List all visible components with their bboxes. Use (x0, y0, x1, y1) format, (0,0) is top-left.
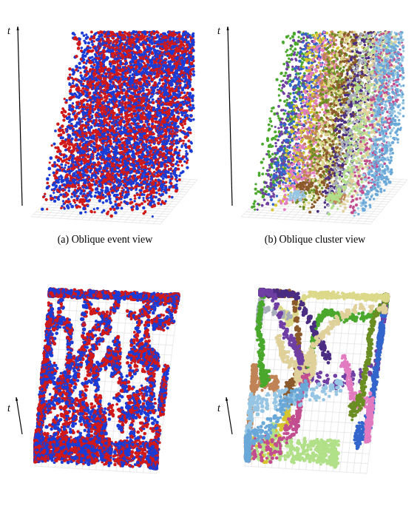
svg-point-22046 (104, 297, 106, 300)
svg-point-5022 (154, 113, 156, 115)
svg-point-17184 (121, 464, 124, 468)
svg-point-15107 (51, 422, 54, 425)
svg-point-9216 (355, 47, 358, 50)
svg-point-3414 (106, 212, 109, 215)
svg-point-4843 (142, 206, 145, 209)
svg-point-16370 (39, 415, 43, 419)
svg-point-27940 (299, 371, 302, 374)
svg-point-853 (79, 72, 81, 74)
svg-point-22140 (159, 295, 163, 299)
svg-point-2011 (95, 141, 98, 144)
svg-point-10573 (378, 75, 380, 78)
svg-point-29758 (291, 346, 295, 350)
svg-point-28651 (274, 404, 277, 408)
svg-point-25048 (371, 317, 374, 320)
svg-point-2207 (101, 124, 104, 127)
svg-point-2892 (115, 94, 119, 98)
svg-point-1178 (74, 124, 78, 128)
svg-point-8516 (321, 125, 323, 127)
svg-point-21069 (95, 389, 98, 393)
svg-point-9446 (354, 94, 357, 97)
svg-point-26283 (313, 324, 316, 328)
svg-point-2649 (95, 181, 98, 184)
svg-point-28587 (312, 388, 316, 391)
svg-point-10942 (374, 78, 377, 81)
svg-point-10756 (377, 67, 379, 70)
svg-point-6303 (266, 185, 269, 188)
svg-point-7100 (302, 66, 305, 69)
svg-point-20643 (62, 407, 66, 411)
svg-point-8002 (331, 33, 334, 36)
svg-point-924 (81, 90, 84, 94)
svg-point-9695 (345, 161, 348, 164)
svg-point-8246 (344, 48, 346, 50)
svg-point-1684 (78, 131, 81, 134)
svg-point-6225 (300, 38, 302, 40)
svg-point-9746 (353, 104, 356, 107)
svg-point-9904 (382, 52, 384, 54)
svg-point-6760 (272, 189, 274, 191)
svg-point-10464 (360, 194, 362, 196)
svg-point-11064 (379, 151, 382, 154)
svg-point-10929 (402, 84, 404, 87)
svg-point-5858 (163, 129, 167, 132)
svg-point-1150 (70, 150, 74, 154)
svg-point-6819 (288, 104, 291, 107)
svg-point-11031 (398, 38, 400, 40)
svg-point-18747 (81, 393, 85, 397)
svg-point-20547 (69, 332, 72, 335)
svg-point-19249 (45, 354, 49, 358)
svg-point-6332 (299, 47, 302, 49)
svg-point-8116 (310, 155, 313, 158)
svg-point-7472 (295, 148, 298, 151)
svg-point-11273 (336, 195, 339, 197)
svg-point-4107 (145, 98, 148, 101)
svg-point-19665 (172, 304, 176, 308)
svg-point-1112 (76, 155, 79, 158)
svg-point-10869 (397, 50, 399, 53)
svg-point-15113 (45, 425, 49, 428)
svg-point-17666 (117, 392, 121, 396)
svg-point-497 (78, 67, 81, 69)
svg-point-1405 (77, 183, 80, 186)
svg-point-2413 (108, 106, 110, 108)
svg-point-5903 (185, 150, 187, 152)
svg-point-10801 (402, 115, 404, 117)
svg-point-5598 (183, 77, 185, 79)
svg-point-6651 (276, 181, 278, 183)
svg-point-3159 (102, 194, 105, 197)
svg-point-3649 (137, 93, 140, 96)
svg-point-540 (64, 138, 67, 141)
svg-point-27417 (331, 453, 333, 456)
svg-point-3706 (133, 85, 136, 88)
svg-point-409 (75, 37, 78, 41)
svg-point-28747 (246, 417, 249, 420)
svg-point-7002 (296, 121, 298, 124)
svg-point-10211 (359, 152, 362, 155)
panel-b: t (219, 13, 411, 228)
svg-point-28562 (324, 393, 327, 396)
svg-point-4110 (135, 101, 137, 104)
svg-point-10295 (368, 160, 371, 163)
svg-point-10844 (373, 178, 376, 180)
svg-point-6577 (257, 209, 259, 211)
svg-point-11034 (397, 81, 399, 83)
svg-point-11035 (385, 100, 387, 102)
svg-point-7800 (316, 114, 319, 117)
svg-point-7726 (299, 155, 302, 158)
svg-point-10917 (396, 45, 399, 47)
svg-point-2430 (112, 44, 115, 47)
svg-point-7208 (300, 132, 303, 135)
svg-point-9270 (356, 77, 359, 80)
svg-point-3809 (128, 118, 131, 121)
svg-point-5907 (188, 79, 191, 82)
svg-point-21120 (99, 425, 102, 428)
svg-point-11023 (395, 88, 398, 91)
svg-point-1717 (80, 189, 83, 192)
svg-point-424 (61, 124, 64, 128)
svg-point-7482 (300, 146, 303, 149)
svg-point-6613 (267, 193, 270, 196)
svg-point-6554 (260, 189, 263, 192)
svg-point-10044 (350, 173, 353, 176)
svg-point-2959 (96, 207, 99, 210)
